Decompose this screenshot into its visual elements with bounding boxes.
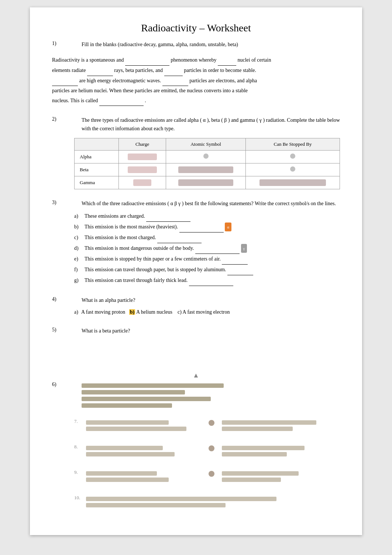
answer-d-badge: γ [241, 244, 247, 253]
q5-number: 5) [52, 327, 74, 335]
question-5: 5) What is a beta particle? [52, 327, 340, 335]
beta-symbol[interactable] [166, 163, 246, 176]
blank-g[interactable] [189, 275, 233, 286]
q6-item-2-lines [86, 444, 204, 458]
para-line3b: are high energy electromagnetic waves. [79, 78, 161, 83]
blank-e[interactable] [222, 254, 248, 265]
table-row: Gamma [75, 176, 340, 189]
page-title: Radioactivity – Worksheet [52, 22, 340, 34]
blank-4[interactable] [164, 66, 183, 76]
question-1: 1) Fill in the blanks (radioactive decay… [52, 41, 340, 49]
q4a-row: a) A fast moving proton b) A helium nucl… [74, 307, 340, 317]
item-g-label: g) [74, 275, 82, 286]
blank-3[interactable] [87, 66, 113, 76]
alpha-symbol[interactable] [166, 151, 246, 163]
col-type [75, 138, 119, 151]
q1-number: 1) [52, 41, 74, 49]
blank-5[interactable] [52, 76, 78, 86]
para-line1b: phenomenon whereby [171, 57, 216, 63]
list-item: d) This emission is most dangerous outsi… [74, 243, 340, 254]
para-line1a: Radioactivity is a spontaneous and [52, 57, 124, 63]
item-d-text: This emission is most dangerous outside … [85, 243, 247, 254]
para-line2a: elements radiate [52, 68, 86, 73]
para-line3c: particles are electrons, and alpha [189, 78, 257, 83]
para-line4: particles are helium nuclei. When these … [52, 88, 248, 93]
para-line5b: . [145, 98, 146, 103]
item-g-text: This emission can travel through fairly … [85, 275, 233, 286]
beta-charge[interactable] [119, 163, 166, 176]
arrow-up-indicator: ▲ [52, 372, 340, 379]
q2-number: 2) [52, 116, 74, 133]
item-e-text: This emission is stopped by thin paper o… [85, 254, 248, 265]
blank-7[interactable] [99, 96, 144, 106]
list-item: e) This emission is stopped by thin pape… [74, 254, 340, 265]
list-item: a) These emissions are charged. [74, 211, 340, 222]
q3-number: 3) [52, 200, 74, 208]
table-row: Beta [75, 163, 340, 176]
q6-item-4: 10. [74, 495, 340, 509]
q6-item-1: 7. [74, 418, 340, 433]
blank-f[interactable] [227, 265, 253, 275]
beta-stopped[interactable] [246, 163, 340, 176]
q1-text: Fill in the blanks (radioactive decay, g… [82, 41, 238, 49]
q6-bullet-1 [209, 420, 214, 426]
q3-text: Which of the three radioactive emissions… [82, 200, 336, 208]
q6-item-1-lines [86, 418, 204, 433]
q4a-label: a) [74, 307, 78, 317]
blank-d[interactable] [195, 243, 240, 254]
item-a-text: These emissions are charged. [85, 211, 190, 222]
q4-text: What is an alpha particle? [82, 296, 135, 304]
alpha-label: Alpha [75, 151, 119, 163]
item-e-label: e) [74, 254, 82, 265]
gamma-stopped[interactable] [246, 176, 340, 189]
beta-label: Beta [75, 163, 119, 176]
para-line2c: particles in order to become stable. [184, 68, 256, 73]
question-6: 6) 7. [52, 382, 340, 509]
list-item: f) This emission can travel through pape… [74, 265, 340, 275]
gamma-label: Gamma [75, 176, 119, 189]
blank-2[interactable] [218, 55, 236, 66]
q6-bullet-3 [209, 471, 214, 477]
answer-b-highlight: b) [129, 309, 135, 315]
q6-number: 6) [52, 382, 74, 410]
q6-item-3: 9. [74, 469, 340, 484]
item-a-label: a) [74, 211, 82, 222]
worksheet-page: Radioactivity – Worksheet 1) Fill in the… [30, 7, 362, 535]
q6-subitems: 7. 8. [74, 413, 340, 509]
item-b-label: b) [74, 222, 82, 232]
item-d-label: d) [74, 243, 82, 254]
question-4: 4) What is an alpha particle? a) A fast … [52, 296, 340, 317]
item-f-label: f) [74, 265, 82, 275]
blank-b[interactable] [179, 222, 224, 232]
para-line5a: nucleus. This is called [52, 98, 98, 103]
q5-text: What is a beta particle? [82, 327, 130, 335]
question-2: 2) The three types of radioactive emissi… [52, 116, 340, 189]
col-symbol: Atomic Symbol [166, 138, 246, 151]
q2-table-container: Charge Atomic Symbol Can Be Stopped By A… [74, 138, 340, 189]
q6-item-3-lines [86, 469, 204, 484]
blank-c[interactable] [157, 232, 202, 243]
answer-b-badge: α [225, 223, 231, 231]
q3-list: a) These emissions are charged. b) This … [74, 211, 340, 286]
list-item: g) This emission can travel through fair… [74, 275, 340, 286]
item-c-label: c) [74, 232, 82, 243]
emission-table: Charge Atomic Symbol Can Be Stopped By A… [74, 138, 340, 189]
list-item: c) This emission is the most charged. [74, 232, 340, 243]
q4-number: 4) [52, 296, 74, 304]
blank-6[interactable] [162, 76, 188, 86]
gamma-charge[interactable] [119, 176, 166, 189]
para-line2b: rays, beta particles, and [114, 68, 163, 73]
list-item: b) This emission is the most massive (he… [74, 222, 340, 232]
question-3: 3) Which of the three radioactive emissi… [52, 200, 340, 286]
item-b-text: This emission is the most massive (heavi… [85, 222, 231, 232]
blank-a[interactable] [146, 211, 190, 222]
q6-item-2: 8. [74, 444, 340, 458]
table-row: Alpha [75, 151, 340, 163]
alpha-charge[interactable] [119, 151, 166, 163]
q6-bullet-2 [209, 445, 214, 451]
para-line1c: nuclei of certain [237, 57, 271, 63]
alpha-stopped[interactable] [246, 151, 340, 163]
item-f-text: This emission can travel through paper, … [85, 265, 253, 275]
gamma-symbol[interactable] [166, 176, 246, 189]
blank-1[interactable] [125, 55, 169, 66]
